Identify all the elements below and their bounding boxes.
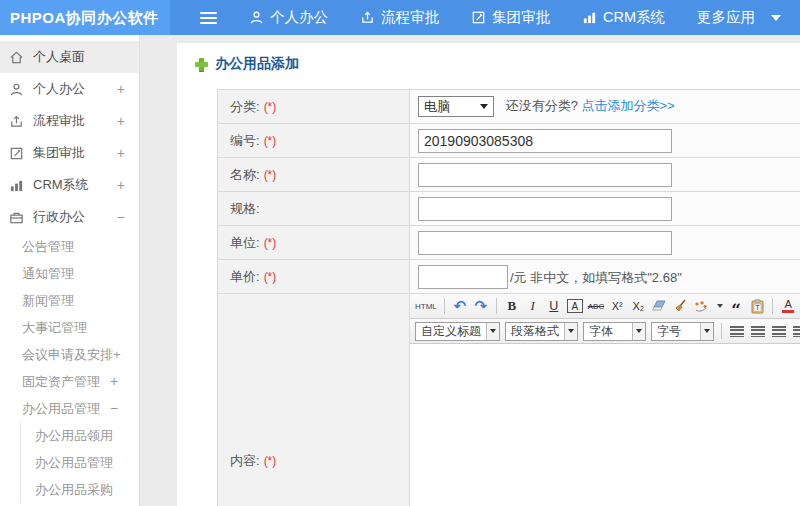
collapse-icon[interactable]: −	[110, 400, 118, 416]
content-label: 内容:	[230, 453, 260, 468]
page-title-row: 办公用品添加	[187, 55, 800, 73]
editor-content-area[interactable]	[410, 344, 800, 506]
dropdown-caret-icon[interactable]	[717, 304, 723, 308]
blockquote-icon[interactable]: “	[728, 297, 744, 315]
hamburger-icon[interactable]	[200, 12, 217, 24]
bold-icon[interactable]: B	[504, 297, 520, 315]
unit-label: 单位:	[230, 235, 260, 250]
sidebar-item-notifications[interactable]: 通知管理	[0, 260, 139, 287]
italic-icon[interactable]: I	[525, 297, 541, 315]
add-plus-icon	[195, 58, 208, 71]
dropdown-caret-icon	[700, 323, 713, 340]
align-right-icon[interactable]	[771, 322, 787, 340]
redo-icon[interactable]: ↷	[473, 297, 489, 315]
form-row-category: 分类:(*) 电脑 还没有分类? 点击添加分类>>	[218, 90, 800, 124]
user-icon	[9, 82, 24, 97]
clean-broom-icon[interactable]	[672, 297, 688, 315]
main-area: 办公用品添加 分类:(*) 电脑 还没有分类? 点击添加分类>> 编号:(*) …	[140, 35, 800, 506]
topnav-personal-office[interactable]: 个人办公	[249, 8, 328, 27]
topnav-crm[interactable]: CRM系统	[582, 8, 665, 27]
sidebar-item-supplies-purchase[interactable]: 办公用品采购	[21, 476, 139, 503]
name-input[interactable]	[418, 163, 672, 187]
home-icon	[9, 50, 24, 65]
sidebar-item-supplies-management[interactable]: 办公用品管理	[21, 449, 139, 476]
process-icon	[9, 114, 24, 129]
undo-icon[interactable]: ↶	[452, 297, 468, 315]
align-left-icon[interactable]	[729, 322, 745, 340]
form-row-name: 名称:(*)	[218, 158, 800, 192]
paragraph-format-dropdown[interactable]: 段落格式	[505, 322, 578, 341]
autotypeset-icon[interactable]: A	[567, 299, 583, 313]
eraser-icon[interactable]	[651, 297, 667, 315]
sidebar-item-desktop[interactable]: 个人桌面	[0, 41, 139, 73]
unit-input[interactable]	[418, 231, 672, 255]
add-category-link[interactable]: 点击添加分类>>	[581, 98, 674, 113]
expand-icon[interactable]: +	[117, 113, 125, 129]
topnav-more-apps[interactable]: 更多应用	[697, 8, 781, 27]
sidebar-item-process-approval[interactable]: 流程审批 +	[0, 105, 139, 137]
category-select[interactable]: 电脑	[418, 96, 494, 117]
dropdown-caret-icon	[632, 323, 645, 340]
source-icon[interactable]: HTML	[415, 297, 437, 315]
collapse-icon[interactable]: −	[117, 209, 125, 225]
no-category-hint: 还没有分类?	[506, 98, 578, 113]
required-mark: (*)	[264, 236, 277, 250]
editor-toolbar-row2: 自定义标题 段落格式 字体 字号 ∞	[410, 319, 800, 344]
process-icon	[360, 10, 375, 25]
strikethrough-icon[interactable]: ABC	[588, 297, 604, 315]
app-header: PHPOA协同办公软件 个人办公 流程审批 集团审批 CRM系统 更多应用	[0, 0, 800, 35]
svg-text:T: T	[755, 304, 759, 311]
price-label: 单价:	[230, 269, 260, 284]
form-row-spec: 规格:	[218, 192, 800, 226]
subscript-icon[interactable]: X₂	[630, 297, 646, 315]
expand-icon[interactable]: +	[117, 145, 125, 161]
font-family-dropdown[interactable]: 字体	[583, 322, 646, 341]
topnav-process-approval[interactable]: 流程审批	[360, 8, 439, 27]
editor-toolbar-row1: HTML ↶ ↷ B I U A ABC X²	[410, 294, 800, 319]
chart-icon	[582, 10, 597, 25]
expand-icon[interactable]: +	[110, 373, 118, 389]
edit-icon	[471, 10, 486, 25]
supplies-add-form: 分类:(*) 电脑 还没有分类? 点击添加分类>> 编号:(*) 名称:(*)	[217, 89, 800, 506]
top-nav: 个人办公 流程审批 集团审批 CRM系统 更多应用	[170, 0, 800, 35]
code-input[interactable]	[418, 129, 672, 153]
dropdown-caret-icon	[486, 323, 499, 340]
briefcase-icon	[9, 210, 24, 225]
align-justify-icon[interactable]	[792, 322, 800, 340]
sidebar-item-personal-office[interactable]: 个人办公 +	[0, 73, 139, 105]
sidebar-item-news[interactable]: 新闻管理	[0, 287, 139, 314]
required-mark: (*)	[264, 134, 277, 148]
paste-icon[interactable]: T	[749, 297, 765, 315]
sidebar-item-group-approval[interactable]: 集团审批 +	[0, 137, 139, 169]
topnav-group-approval[interactable]: 集团审批	[471, 8, 550, 27]
required-mark: (*)	[264, 100, 277, 114]
required-mark: (*)	[264, 168, 277, 182]
align-center-icon[interactable]	[750, 322, 766, 340]
price-input[interactable]	[418, 265, 508, 289]
expand-icon[interactable]: +	[117, 177, 125, 193]
admin-submenu: 公告管理 通知管理 新闻管理 大事记管理 会议申请及安排+ 固定资产管理+ 办公…	[0, 233, 139, 503]
required-mark: (*)	[264, 454, 277, 468]
caret-down-icon	[771, 15, 781, 21]
price-suffix: /元 非中文，如填写格式"2.68"	[510, 270, 682, 285]
sidebar-item-crm[interactable]: CRM系统 +	[0, 169, 139, 201]
user-icon	[249, 10, 264, 25]
sidebar-item-office-supplies[interactable]: 办公用品管理−	[0, 395, 139, 422]
dropdown-caret-icon	[564, 323, 577, 340]
sidebar-item-fixed-assets[interactable]: 固定资产管理+	[0, 368, 139, 395]
font-color-icon[interactable]: A	[780, 297, 796, 315]
sidebar-item-supplies-requisition[interactable]: 办公用品领用	[21, 422, 139, 449]
font-size-dropdown[interactable]: 字号	[651, 322, 714, 341]
expand-icon[interactable]: +	[117, 81, 125, 97]
content-card: 办公用品添加 分类:(*) 电脑 还没有分类? 点击添加分类>> 编号:(*) …	[177, 43, 800, 506]
superscript-icon[interactable]: X²	[609, 297, 625, 315]
sidebar-item-announcements[interactable]: 公告管理	[0, 233, 139, 260]
custom-title-dropdown[interactable]: 自定义标题	[415, 322, 500, 341]
sidebar-item-events[interactable]: 大事记管理	[0, 314, 139, 341]
sidebar-item-admin-office[interactable]: 行政办公 −	[0, 201, 139, 233]
underline-icon[interactable]: U	[546, 297, 562, 315]
spec-input[interactable]	[418, 197, 672, 221]
select-caret-icon	[480, 104, 488, 109]
format-painter-icon[interactable]	[693, 297, 709, 315]
sidebar-item-meetings[interactable]: 会议申请及安排+	[0, 341, 139, 368]
